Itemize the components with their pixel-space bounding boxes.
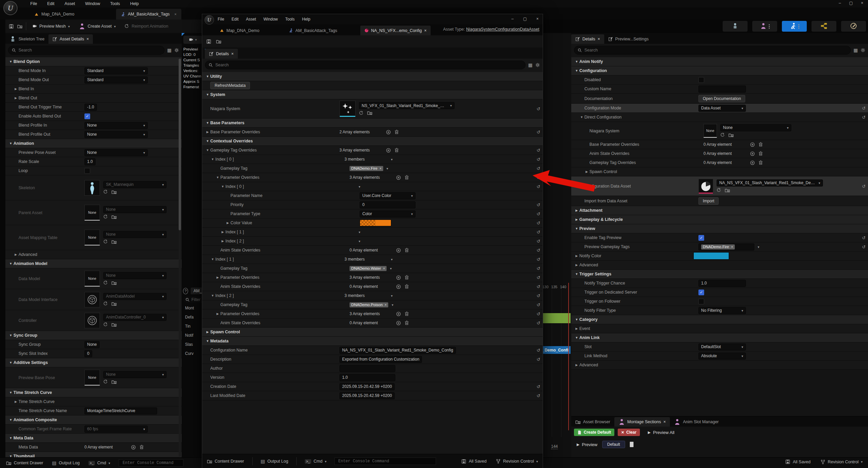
persona-blueprint-button[interactable] bbox=[811, 21, 836, 32]
add-element-icon[interactable] bbox=[396, 284, 401, 289]
preview-mesh-button[interactable]: Preview Mesh▾ bbox=[30, 22, 73, 30]
grid-view-icon[interactable]: ▦ bbox=[528, 62, 533, 68]
skeleton-row[interactable]: SkeletonSK_Mannequin▾ bbox=[5, 175, 182, 200]
expander-right-icon[interactable]: ▶ bbox=[13, 400, 19, 403]
gameplay-tag-chip[interactable]: DNADemo.Poison× bbox=[349, 302, 388, 308]
expander-right-icon[interactable]: ▶ bbox=[205, 330, 210, 334]
help-icon[interactable]: ? bbox=[183, 288, 188, 294]
data-model-row[interactable]: Data ModelNoneNone▾ bbox=[5, 268, 182, 289]
tab-asset-details[interactable]: Asset Details× bbox=[49, 34, 93, 44]
add-element-icon[interactable] bbox=[750, 160, 755, 165]
creation-date-row[interactable]: Creation Date2025.09.15-20.42.59 +0200↺ bbox=[202, 382, 542, 391]
asset-thumbnail[interactable] bbox=[85, 180, 100, 196]
float-search-input[interactable]: Search bbox=[205, 61, 526, 69]
minimize-icon[interactable]: – bbox=[839, 1, 841, 5]
output-log-button[interactable]: ▤Output Log bbox=[52, 460, 80, 466]
blend-mode-in-dropdown[interactable]: Standard▾ bbox=[85, 67, 148, 75]
asset-thumbnail[interactable]: None bbox=[85, 370, 100, 385]
maximize-icon[interactable]: ▢ bbox=[523, 17, 527, 21]
chevron-down-icon[interactable]: ▾ bbox=[758, 245, 760, 249]
sync-slot-index-row[interactable]: Sync Slot Index0 bbox=[5, 349, 182, 358]
maximize-icon[interactable]: ▢ bbox=[849, 1, 853, 5]
save-icon[interactable] bbox=[9, 24, 14, 29]
use-selected-icon[interactable] bbox=[103, 301, 108, 306]
gameplay-tag-overrides-row[interactable]: Gameplay Tag Overrides0 Array element bbox=[571, 158, 868, 167]
loop-checkbox[interactable] bbox=[85, 168, 90, 174]
expander-right-icon[interactable]: ▶ bbox=[574, 327, 579, 330]
console-input[interactable]: Enter Console Command bbox=[334, 458, 436, 465]
browse-to-asset-icon[interactable] bbox=[367, 111, 372, 116]
section-handle[interactable] bbox=[630, 442, 633, 447]
right-search-input[interactable]: Search bbox=[574, 46, 851, 55]
unreal-logo-icon[interactable]: U bbox=[3, 1, 18, 15]
blend-in-row[interactable]: ▶Blend In bbox=[5, 85, 182, 94]
more-options-icon[interactable] bbox=[769, 24, 770, 29]
parameter-name-dropdown[interactable]: User.Core Color▾ bbox=[360, 192, 415, 199]
create-default-button[interactable]: Create Default bbox=[574, 429, 614, 436]
revision-control-button[interactable]: Revision Control▾ bbox=[820, 460, 863, 464]
reset-to-default-icon[interactable]: ↺ bbox=[537, 184, 540, 189]
asset-mapping-table-row[interactable]: Asset Mapping TableNoneNone▾ bbox=[5, 225, 182, 250]
link-method-row[interactable]: Link MethodAbsolute▾ bbox=[571, 351, 868, 360]
enable-auto-blend-out-checkbox[interactable]: ✓ bbox=[85, 114, 90, 119]
tab-asset-browser[interactable]: Asset Browser bbox=[571, 417, 614, 427]
asset-thumbnail[interactable] bbox=[85, 292, 100, 308]
expander-down-icon[interactable]: ▼ bbox=[8, 60, 13, 63]
creation-date-input[interactable]: 2025.09.15-20.42.59 +0200 bbox=[339, 383, 395, 390]
parameter-overrides-row[interactable]: ▶Parameter Overrides3 Array elements↺ bbox=[202, 310, 542, 319]
expander-right-icon[interactable]: ▶ bbox=[13, 96, 19, 100]
tags-container[interactable]: DNADemo.Fire× bbox=[699, 243, 754, 251]
enable-tag-preview-row[interactable]: Enable Tag Preview✓↺ bbox=[571, 233, 868, 242]
grid-view-icon[interactable]: ▦ bbox=[167, 48, 172, 53]
chevron-down-icon[interactable]: ▾ bbox=[742, 107, 743, 110]
more-options-icon[interactable] bbox=[798, 24, 799, 29]
add-element-icon[interactable] bbox=[750, 151, 755, 156]
disabled-row[interactable]: Disabled bbox=[571, 76, 868, 85]
use-selected-icon[interactable] bbox=[359, 111, 364, 116]
index-1-row[interactable]: ▶Index [ 1 ]▾↺ bbox=[202, 228, 542, 237]
chevron-down-icon[interactable]: ▾ bbox=[391, 258, 393, 261]
common-target-frame-rate-dropdown[interactable]: 60 fps▾ bbox=[85, 426, 148, 433]
enable-tag-preview-checkbox[interactable]: ✓ bbox=[699, 235, 704, 241]
montage-track-segment[interactable] bbox=[543, 313, 570, 323]
chevron-down-icon[interactable]: ▾ bbox=[742, 354, 743, 358]
remove-tag-icon[interactable]: × bbox=[379, 167, 381, 170]
revision-control-button[interactable]: Revision Control▾ bbox=[496, 459, 538, 464]
parameter-type-dropdown[interactable]: Color▾ bbox=[360, 210, 415, 217]
parameter-name-row[interactable]: Parameter NameUser.Core Color▾ bbox=[202, 191, 542, 200]
expander-down-icon[interactable]: ▼ bbox=[574, 336, 579, 340]
tab-montage-sections[interactable]: Montage Sections× bbox=[614, 417, 670, 427]
asset-thumbnail[interactable] bbox=[85, 313, 100, 328]
contextual-overrides-row[interactable]: ▼Contextual Overrides bbox=[202, 137, 542, 146]
gameplay-tag-chip[interactable]: DNADemo.Fire× bbox=[349, 166, 383, 171]
trigger-on-follower-checkbox[interactable] bbox=[699, 299, 704, 304]
browse-asset-icon[interactable] bbox=[17, 24, 23, 29]
gameplay-lifecycle-row[interactable]: ▶Gameplay & Lifecycle bbox=[571, 215, 868, 224]
tab-details[interactable]: Details× bbox=[571, 34, 604, 44]
asset-dropdown[interactable]: None▾ bbox=[103, 371, 166, 378]
menu-file[interactable]: File bbox=[30, 1, 37, 6]
slot-dropdown[interactable]: DefaultSlot▾ bbox=[699, 344, 746, 351]
asset-dropdown[interactable]: None▾ bbox=[103, 231, 166, 238]
expander-down-icon[interactable]: ▼ bbox=[574, 272, 579, 276]
author-input[interactable] bbox=[339, 365, 395, 372]
asset-thumbnail[interactable]: None bbox=[85, 205, 100, 221]
content-drawer-button[interactable]: Content Drawer bbox=[6, 461, 43, 466]
sync-group-input[interactable]: None bbox=[85, 341, 100, 348]
clear-array-icon[interactable] bbox=[404, 321, 409, 325]
expander-down-icon[interactable]: ▼ bbox=[215, 176, 220, 179]
index-2-row[interactable]: ▼Index [ 2 ]3 members▾↺ bbox=[202, 291, 542, 300]
save-icon[interactable] bbox=[206, 39, 211, 44]
browse-to-asset-icon[interactable] bbox=[111, 239, 117, 244]
blend-profile-out-row[interactable]: Blend Profile OutNone▾ bbox=[5, 130, 182, 139]
configuration-mode-row[interactable]: Configuration ModeData Asset▾↺ bbox=[571, 104, 868, 113]
reset-to-default-icon[interactable]: ↺ bbox=[537, 175, 540, 180]
close-tab-icon[interactable]: × bbox=[87, 37, 89, 41]
browse-to-asset-icon[interactable] bbox=[111, 214, 117, 220]
default-section-node[interactable]: Default bbox=[602, 441, 625, 448]
expander-down-icon[interactable]: ▼ bbox=[574, 318, 579, 321]
menu-edit[interactable]: Edit bbox=[47, 1, 55, 6]
blend-mode-out-row[interactable]: Blend Mode OutStandard▾ bbox=[5, 76, 182, 85]
reset-to-default-icon[interactable]: ↺ bbox=[537, 157, 540, 162]
expander-down-icon[interactable]: ▼ bbox=[205, 340, 210, 343]
